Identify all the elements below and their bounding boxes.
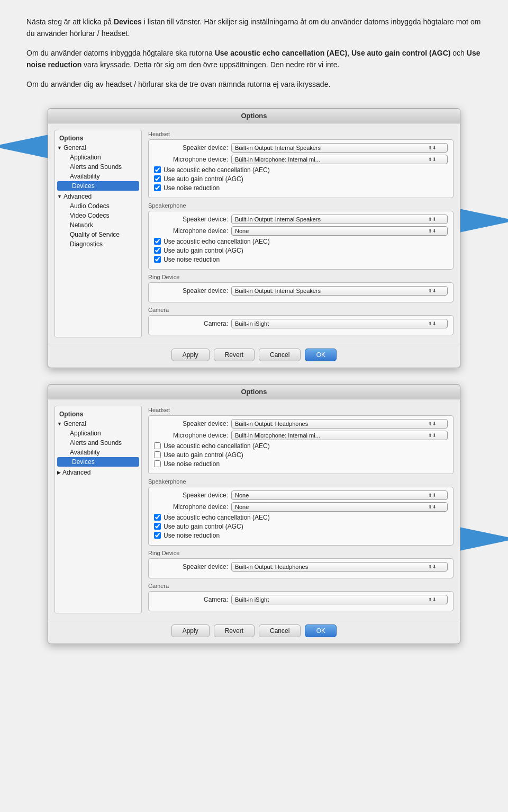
sidebar-video-codecs-1[interactable]: Video Codecs	[55, 211, 141, 220]
sidebar-audio-codecs-1[interactable]: Audio Codecs	[55, 201, 141, 211]
agc-checkbox-sp1[interactable]	[154, 247, 161, 254]
dialog-1-footer: Apply Revert Cancel OK	[48, 344, 460, 368]
mic-label-h2: Microphone device:	[154, 432, 228, 439]
sidebar-1-title: Options	[55, 132, 141, 143]
mic-select-sp1[interactable]: None ⬆⬇	[231, 226, 448, 236]
headset-label-1: Headset	[148, 131, 453, 137]
intro-text: Nästa steg är att klicka på Devices i li…	[11, 11, 497, 108]
cancel-button-1[interactable]: Cancel	[259, 349, 301, 361]
mic-label-sp1: Microphone device:	[154, 227, 228, 235]
aec-checkbox-sp2[interactable]	[154, 514, 161, 521]
agc-checkbox-sp2[interactable]	[154, 523, 161, 530]
aec-label-h2: Use acoustic echo cancellation (AEC)	[164, 442, 270, 450]
sidebar-alerts-1[interactable]: Alerts and Sounds	[55, 162, 141, 172]
revert-button-1[interactable]: Revert	[214, 349, 255, 361]
aec-label-sp2: Use acoustic echo cancellation (AEC)	[164, 514, 270, 521]
nr-row-sp2[interactable]: Use noise reduction	[154, 532, 448, 539]
speaker-label-r2: Speaker device:	[154, 563, 228, 570]
aec-checkbox-h2[interactable]	[154, 442, 161, 449]
mic-select-sp2[interactable]: None ⬆⬇	[231, 502, 448, 512]
sidebar-network-1[interactable]: Network	[55, 220, 141, 230]
headset-box-2: Speaker device: Built-in Output: Headpho…	[148, 415, 453, 474]
ok-button-2[interactable]: OK	[305, 624, 337, 637]
aec-row-sp1[interactable]: Use acoustic echo cancellation (AEC)	[154, 238, 448, 245]
ok-button-1[interactable]: OK	[305, 349, 337, 361]
nr-row-h2[interactable]: Use noise reduction	[154, 460, 448, 468]
triangle-icon-2: ▼	[57, 421, 62, 426]
speaker-select-r2[interactable]: Built-in Output: Headphones ⬆⬇	[231, 562, 448, 572]
camera-value-1: Built-in iSight	[235, 320, 269, 327]
agc-row-sp1[interactable]: Use auto gain control (AGC)	[154, 247, 448, 254]
speaker-label-r1: Speaker device:	[154, 287, 228, 295]
nr-checkbox-sp1[interactable]	[154, 256, 161, 263]
sidebar-advanced-1[interactable]: ▼Advanced	[55, 192, 141, 201]
aec-label-sp1: Use acoustic echo cancellation (AEC)	[164, 238, 270, 245]
dialog-2-title: Options	[48, 385, 460, 399]
sidebar-availability-1[interactable]: Availability	[55, 172, 141, 181]
cancel-button-2[interactable]: Cancel	[259, 624, 301, 637]
speaker-value-r2: Built-in Output: Headphones	[235, 564, 308, 570]
aec-row-sp2[interactable]: Use acoustic echo cancellation (AEC)	[154, 514, 448, 521]
mic-select-h2[interactable]: Built-in Microphone: Internal mi... ⬆⬇	[231, 431, 448, 440]
nr-row-h1[interactable]: Use noise reduction	[154, 184, 448, 192]
sidebar-devices-2[interactable]: Devices	[57, 457, 139, 467]
left-arrow-1	[0, 132, 48, 161]
right-arrow-1	[460, 206, 508, 235]
sidebar-diagnostics-1[interactable]: Diagnostics	[55, 239, 141, 249]
apply-button-1[interactable]: Apply	[171, 349, 210, 361]
camera-box-1: Camera: Built-in iSight ⬆⬇	[148, 315, 453, 335]
speaker-select-sp1[interactable]: Built-in Output: Internal Speakers ⬆⬇	[231, 215, 448, 224]
speaker-select-r1[interactable]: Built-in Output: Internal Speakers ⬆⬇	[231, 286, 448, 296]
sidebar-devices-1[interactable]: Devices	[57, 181, 139, 191]
speaker-select-h2[interactable]: Built-in Output: Headphones ⬆⬇	[231, 419, 448, 429]
camera-box-2: Camera: Built-in iSight ⬆⬇	[148, 591, 453, 611]
select-arrows-sp2: ⬆⬇	[428, 493, 437, 498]
select-arrows-c1: ⬆⬇	[428, 321, 437, 326]
camera-label-2: Camera	[148, 583, 453, 589]
nr-row-sp1[interactable]: Use noise reduction	[154, 256, 448, 263]
agc-label-sp1: Use auto gain control (AGC)	[164, 247, 243, 254]
aec-row-h2[interactable]: Use acoustic echo cancellation (AEC)	[154, 442, 448, 450]
sidebar-advanced-2[interactable]: ▶Advanced	[55, 468, 141, 477]
sidebar-alerts-2[interactable]: Alerts and Sounds	[55, 438, 141, 448]
speakerphone-box-1: Speaker device: Built-in Output: Interna…	[148, 211, 453, 270]
agc-row-h2[interactable]: Use auto gain control (AGC)	[154, 451, 448, 459]
nr-checkbox-sp2[interactable]	[154, 532, 161, 539]
dialog-1-title: Options	[48, 109, 460, 123]
sidebar-general-2[interactable]: ▼General	[55, 419, 141, 429]
nr-checkbox-h2[interactable]	[154, 460, 161, 467]
select-arrows-c2: ⬆⬇	[428, 597, 437, 602]
camera-label-c1: Camera:	[154, 320, 228, 327]
aec-checkbox-h1[interactable]	[154, 166, 161, 173]
sidebar-qos-1[interactable]: Quality of Service	[55, 230, 141, 239]
speaker-label-sp2: Speaker device:	[154, 492, 228, 499]
triangle-advanced-icon-2: ▶	[57, 470, 61, 475]
select-arrows-r1: ⬆⬇	[428, 288, 437, 293]
agc-label-h1: Use auto gain control (AGC)	[164, 175, 243, 183]
sidebar-general-1[interactable]: ▼General	[55, 143, 141, 153]
camera-select-2[interactable]: Built-in iSight ⬆⬇	[231, 595, 448, 604]
aec-checkbox-sp1[interactable]	[154, 238, 161, 245]
agc-checkbox-h2[interactable]	[154, 451, 161, 458]
speaker-label-h2: Speaker device:	[154, 420, 228, 427]
mic-value-h1: Built-in Microphone: Internal mi...	[235, 156, 320, 163]
ring-label-2: Ring Device	[148, 550, 453, 556]
agc-checkbox-h1[interactable]	[154, 175, 161, 182]
camera-select-1[interactable]: Built-in iSight ⬆⬇	[231, 319, 448, 328]
revert-button-2[interactable]: Revert	[214, 624, 255, 637]
sidebar-application-2[interactable]: Application	[55, 429, 141, 438]
sidebar-availability-2[interactable]: Availability	[55, 448, 141, 457]
agc-row-h1[interactable]: Use auto gain control (AGC)	[154, 175, 448, 183]
agc-row-sp2[interactable]: Use auto gain control (AGC)	[154, 523, 448, 530]
mic-value-h2: Built-in Microphone: Internal mi...	[235, 432, 320, 439]
mic-select-h1[interactable]: Built-in Microphone: Internal mi... ⬆⬇	[231, 155, 448, 164]
speaker-select-h1[interactable]: Built-in Output: Internal Speakers ⬆⬇	[231, 143, 448, 153]
nr-checkbox-h1[interactable]	[154, 184, 161, 191]
speaker-value-h1: Built-in Output: Internal Speakers	[235, 145, 321, 151]
apply-button-2[interactable]: Apply	[171, 624, 210, 637]
aec-row-h1[interactable]: Use acoustic echo cancellation (AEC)	[154, 166, 448, 174]
sidebar-application-1[interactable]: Application	[55, 153, 141, 162]
speakerphone-box-2: Speaker device: None ⬆⬇ Microphone devic…	[148, 487, 453, 546]
agc-label-h2: Use auto gain control (AGC)	[164, 451, 243, 459]
speaker-select-sp2[interactable]: None ⬆⬇	[231, 490, 448, 500]
